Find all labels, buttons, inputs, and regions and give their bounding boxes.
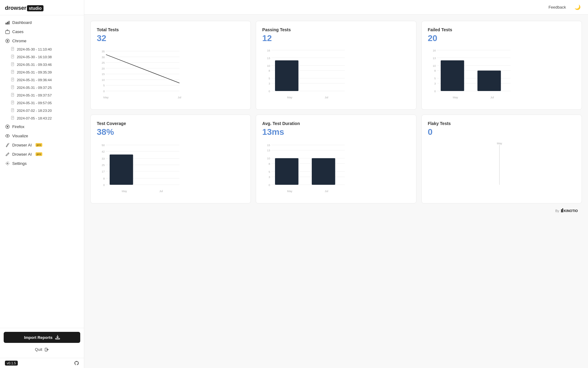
sidebar-item-label: Drowser AI [12, 143, 32, 147]
topbar: Feedback 🌙 [84, 0, 588, 15]
session-label: 2024-07-05 - 18:43:22 [17, 116, 52, 120]
card-title: Passing Tests [262, 27, 410, 32]
svg-rect-6 [11, 47, 14, 51]
github-icon[interactable] [74, 361, 79, 366]
session-label: 2024-05-31 - 09:37:25 [17, 86, 52, 89]
svg-rect-3 [6, 31, 9, 34]
svg-text:Jul: Jul [178, 96, 181, 99]
sidebar-item-label: Visualize [12, 134, 28, 138]
svg-text:13: 13 [267, 149, 270, 152]
card-flaky-tests: Flaky Tests 0 May [421, 115, 582, 203]
svg-rect-20 [55, 338, 60, 339]
svg-rect-10 [11, 78, 14, 81]
card-value: 13ms [262, 127, 410, 137]
card-chart: 05101520253035 MayJul [97, 48, 244, 103]
svg-text:15: 15 [102, 73, 105, 76]
quit-icon [45, 347, 49, 352]
feedback-button[interactable]: Feedback [546, 4, 568, 11]
svg-text:10: 10 [267, 64, 270, 67]
sidebar-item-chrome[interactable]: Chrome [0, 36, 84, 45]
sidebar-item-firefox[interactable]: Firefox [0, 122, 84, 131]
cards-grid: Total Tests 32 05101520253035 MayJul Pas… [90, 21, 582, 203]
chrome-session-item[interactable]: 2024-05-31 - 09:57:05 [0, 99, 84, 107]
sidebar-item-playground[interactable]: Drowser AI pro [0, 150, 84, 159]
svg-text:Jul: Jul [325, 96, 329, 99]
chrome-session-item[interactable]: 2024-05-30 - 16:10:38 [0, 53, 84, 61]
card-failed-tests: Failed Tests 20 0358101316 MayJul [421, 21, 582, 110]
svg-text:10: 10 [102, 78, 105, 82]
card-chart: 0358101315 MayJul [262, 142, 410, 197]
file-icon [11, 93, 14, 97]
chrome-icon [5, 38, 10, 43]
svg-text:17: 17 [102, 170, 105, 173]
chrome-session-item[interactable]: 2024-07-02 - 18:23:20 [0, 107, 84, 114]
card-chart: 0358101316 MayJul [262, 48, 410, 103]
svg-rect-11 [11, 85, 14, 89]
sidebar: drowser studio Dashboard Cases [0, 0, 84, 368]
svg-rect-14 [11, 108, 14, 112]
svg-rect-90 [110, 154, 133, 185]
file-icon [11, 101, 14, 105]
dashboard-content: Total Tests 32 05101520253035 MayJul Pas… [84, 15, 588, 368]
chrome-session-item[interactable]: 2024-05-30 - 11:10:40 [0, 45, 84, 53]
file-icon [11, 78, 14, 82]
chrome-session-item[interactable]: 2024-05-31 - 09:37:25 [0, 84, 84, 91]
svg-rect-72 [441, 60, 464, 91]
chrome-session-item[interactable]: 2024-05-31 - 09:35:39 [0, 68, 84, 76]
card-total-tests: Total Tests 32 05101520253035 MayJul [90, 21, 251, 110]
svg-rect-2 [9, 21, 9, 25]
firefox-label: Firefox [12, 124, 24, 129]
chrome-session-item[interactable]: 2024-07-05 - 18:43:22 [0, 114, 84, 122]
theme-toggle-button[interactable]: 🌙 [573, 3, 582, 11]
svg-rect-109 [312, 158, 335, 185]
session-label: 2024-05-31 - 09:35:39 [17, 70, 52, 74]
firefox-icon [5, 124, 10, 129]
file-icon [11, 85, 14, 90]
kinotio-logo: KINOTIO [561, 208, 579, 213]
chrome-session-item[interactable]: 2024-05-31 - 09:37:57 [0, 91, 84, 99]
sidebar-item-visualize[interactable]: Visualize [0, 131, 84, 140]
quit-button[interactable]: Quit [4, 345, 80, 354]
chrome-session-item[interactable]: 2024-05-31 - 09:33:46 [0, 61, 84, 68]
file-icon [11, 108, 14, 113]
sidebar-item-dashboard[interactable]: Dashboard [0, 18, 84, 27]
svg-rect-115 [562, 208, 563, 212]
sidebar-item-settings[interactable]: Settings [0, 159, 84, 168]
card-value: 38% [97, 127, 244, 137]
eye-icon [5, 133, 10, 138]
svg-rect-13 [11, 101, 14, 104]
file-icon [11, 55, 14, 59]
chrome-session-item[interactable]: 2024-05-31 - 09:36:44 [0, 76, 84, 84]
svg-point-17 [7, 126, 8, 127]
svg-text:16: 16 [267, 49, 270, 52]
svg-text:May: May [287, 96, 293, 99]
sidebar-item-cases[interactable]: Cases [0, 27, 84, 36]
sidebar-bottom: Import Reports Quit [0, 328, 84, 358]
quit-label: Quit [35, 347, 42, 352]
gear-icon [5, 161, 10, 166]
sidebar-item-label: Settings [12, 161, 27, 166]
sidebar-item-drowser-ai[interactable]: Drowser AI pro [0, 140, 84, 150]
card-title: Total Tests [97, 27, 244, 32]
svg-text:May: May [103, 96, 109, 99]
logo-name: drowser [5, 5, 26, 11]
session-label: 2024-05-31 - 09:36:44 [17, 78, 52, 82]
svg-text:3: 3 [269, 176, 270, 179]
card-value: 20 [428, 33, 575, 43]
sidebar-item-label: Cases [12, 29, 24, 34]
svg-text:May: May [453, 96, 458, 99]
svg-text:8: 8 [434, 69, 436, 72]
chrome-label: Chrome [12, 39, 26, 43]
svg-text:8: 8 [103, 177, 105, 180]
by-label: By [555, 209, 559, 213]
card-chart: 081725334250 MayJul [97, 142, 244, 197]
kinotio-footer: By KINOTIO [90, 208, 582, 213]
svg-text:5: 5 [434, 77, 436, 80]
file-icon [11, 62, 14, 67]
svg-point-18 [7, 135, 8, 136]
card-title: Failed Tests [428, 27, 575, 32]
sidebar-footer: v0.1.5 [0, 358, 84, 368]
svg-text:30: 30 [102, 56, 105, 59]
import-reports-button[interactable]: Import Reports [4, 332, 80, 343]
card-value: 0 [428, 127, 575, 137]
